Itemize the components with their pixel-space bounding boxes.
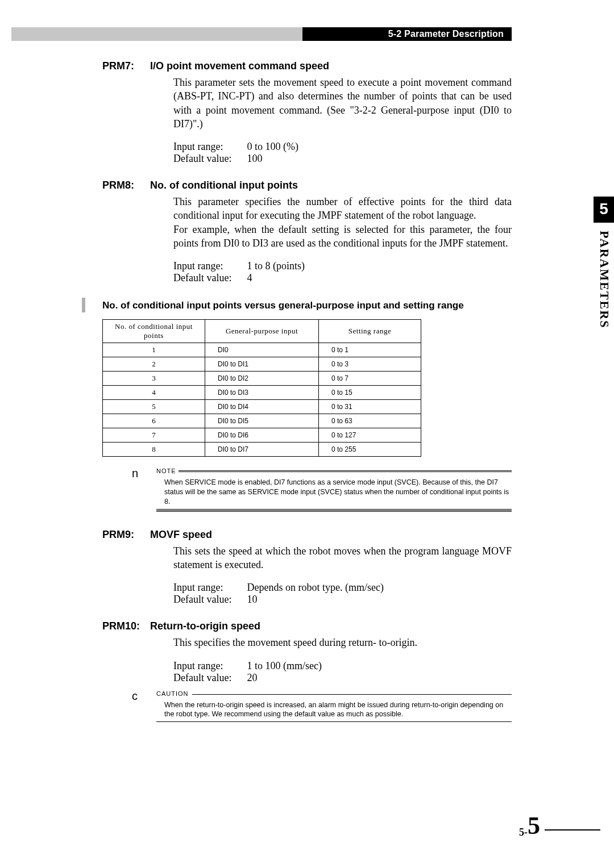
note-block: n NOTE When SERVICE mode is enabled, DI7… <box>102 467 512 511</box>
page-header: 5-2 Parameter Description <box>11 27 512 41</box>
header-gray-bar <box>11 27 302 41</box>
prm8-table: No. of conditional input points General-… <box>102 319 421 457</box>
th-col3: Setting range <box>319 320 421 343</box>
header-black-bar: 5-2 Parameter Description <box>302 27 512 41</box>
page-num: 5 <box>528 813 540 838</box>
chapter-number: 5 <box>594 197 614 223</box>
cell-num: 5 <box>103 400 205 414</box>
table-row: 5DI0 to DI40 to 31 <box>103 400 421 414</box>
prm7-section: PRM7: I/O point movement command speed T… <box>102 60 512 165</box>
default-label: Default value: <box>173 272 244 284</box>
input-range-label: Input range: <box>173 582 244 594</box>
prm9-input-range: Input range: Depends on robot type. (mm/… <box>173 582 512 594</box>
table-row: 3DI0 to DI20 to 7 <box>103 372 421 386</box>
chapter-tab: 5 PARAMETERS <box>594 197 614 328</box>
main-content: PRM7: I/O point movement command speed T… <box>102 60 512 737</box>
prm10-section: PRM10: Return-to-origin speed This speci… <box>102 620 512 722</box>
cell-sr: 0 to 1 <box>319 343 421 357</box>
prm8-section: PRM8: No. of conditional input points Th… <box>102 180 512 512</box>
prm9-section: PRM9: MOVF speed This sets the speed at … <box>102 529 512 606</box>
cell-num: 2 <box>103 357 205 372</box>
table-row: 7DI0 to DI60 to 127 <box>103 428 421 443</box>
input-range-label: Input range: <box>173 660 244 672</box>
default-label: Default value: <box>173 153 244 165</box>
default-value: 100 <box>247 153 263 164</box>
note-label: NOTE <box>156 467 176 475</box>
prm7-label: PRM7: <box>102 60 148 72</box>
cell-gp: DI0 to DI6 <box>205 428 319 443</box>
prm10-default: Default value: 20 <box>173 672 512 684</box>
default-value: 20 <box>247 672 258 683</box>
caution-label: CAUTION <box>156 690 189 698</box>
input-range-value: Depends on robot type. (mm/sec) <box>247 582 384 593</box>
caution-block: c CAUTION When the return-to-origin spee… <box>102 690 512 723</box>
cell-gp: DI0 to DI1 <box>205 357 319 372</box>
input-range-value: 0 to 100 (%) <box>247 141 298 152</box>
cell-gp: DI0 to DI7 <box>205 443 319 457</box>
cell-num: 7 <box>103 428 205 443</box>
prm7-input-range: Input range: 0 to 100 (%) <box>173 141 512 153</box>
input-range-label: Input range: <box>173 260 244 272</box>
th-col1: No. of conditional input points <box>103 320 205 343</box>
cell-sr: 0 to 3 <box>319 357 421 372</box>
prm9-body: This sets the speed at which the robot m… <box>173 544 512 572</box>
prm10-title: Return-to-origin speed <box>150 620 260 632</box>
page-number-rule <box>545 829 600 831</box>
cell-gp: DI0 to DI2 <box>205 372 319 386</box>
note-marker: n <box>132 466 138 481</box>
page-chapter-part: 5- <box>519 827 528 838</box>
prm10-input-range: Input range: 1 to 100 (mm/sec) <box>173 660 512 672</box>
prm8-body2: For example, when the default setting is… <box>173 223 512 251</box>
table-title-text: No. of conditional input points versus g… <box>102 300 464 311</box>
cell-num: 8 <box>103 443 205 457</box>
subhead-accent-bar <box>82 298 85 312</box>
default-value: 4 <box>247 272 252 283</box>
table-row: 2DI0 to DI10 to 3 <box>103 357 421 372</box>
prm9-label: PRM9: <box>102 529 148 541</box>
prm8-table-title: No. of conditional input points versus g… <box>102 300 512 311</box>
cell-sr: 0 to 63 <box>319 414 421 428</box>
caution-text: When the return-to-origin speed is incre… <box>156 700 512 720</box>
prm8-label: PRM8: <box>102 180 148 191</box>
prm10-label: PRM10: <box>102 620 148 632</box>
cell-gp: DI0 to DI3 <box>205 386 319 400</box>
cell-gp: DI0 <box>205 343 319 357</box>
prm8-title: No. of conditional input points <box>150 180 298 191</box>
prm8-input-range: Input range: 1 to 8 (points) <box>173 260 512 272</box>
note-text: When SERVICE mode is enabled, DI7 functi… <box>156 478 512 507</box>
table-header-row: No. of conditional input points General-… <box>103 320 421 343</box>
prm9-default: Default value: 10 <box>173 594 512 606</box>
prm8-body1: This parameter specifies the number of e… <box>173 195 512 223</box>
prm7-body: This parameter sets the movement speed t… <box>173 76 512 131</box>
prm8-default: Default value: 4 <box>173 272 512 284</box>
header-section-title: Parameter Description <box>404 29 504 39</box>
cell-sr: 0 to 7 <box>319 372 421 386</box>
cell-gp: DI0 to DI5 <box>205 414 319 428</box>
table-row: 1DI00 to 1 <box>103 343 421 357</box>
default-value: 10 <box>247 594 258 605</box>
chapter-label: PARAMETERS <box>597 223 612 328</box>
cell-gp: DI0 to DI4 <box>205 400 319 414</box>
default-label: Default value: <box>173 672 244 684</box>
table-row: 4DI0 to DI30 to 15 <box>103 386 421 400</box>
cell-sr: 0 to 255 <box>319 443 421 457</box>
input-range-value: 1 to 100 (mm/sec) <box>247 660 322 671</box>
prm7-title: I/O point movement command speed <box>150 60 329 72</box>
input-range-value: 1 to 8 (points) <box>247 260 305 272</box>
prm10-body: This specifies the movement speed during… <box>173 636 512 649</box>
cell-sr: 0 to 31 <box>319 400 421 414</box>
prm9-title: MOVF speed <box>150 529 212 541</box>
header-section-number: 5-2 <box>388 29 402 39</box>
cell-num: 4 <box>103 386 205 400</box>
input-range-label: Input range: <box>173 141 244 153</box>
table-row: 6DI0 to DI50 to 63 <box>103 414 421 428</box>
prm7-default: Default value: 100 <box>173 153 512 165</box>
table-row: 8DI0 to DI70 to 255 <box>103 443 421 457</box>
page-number: 5- 5 <box>519 813 540 838</box>
default-label: Default value: <box>173 594 244 606</box>
cell-num: 6 <box>103 414 205 428</box>
th-col2: General-purpose input <box>205 320 319 343</box>
cell-num: 3 <box>103 372 205 386</box>
caution-marker: c <box>132 688 138 704</box>
cell-sr: 0 to 127 <box>319 428 421 443</box>
